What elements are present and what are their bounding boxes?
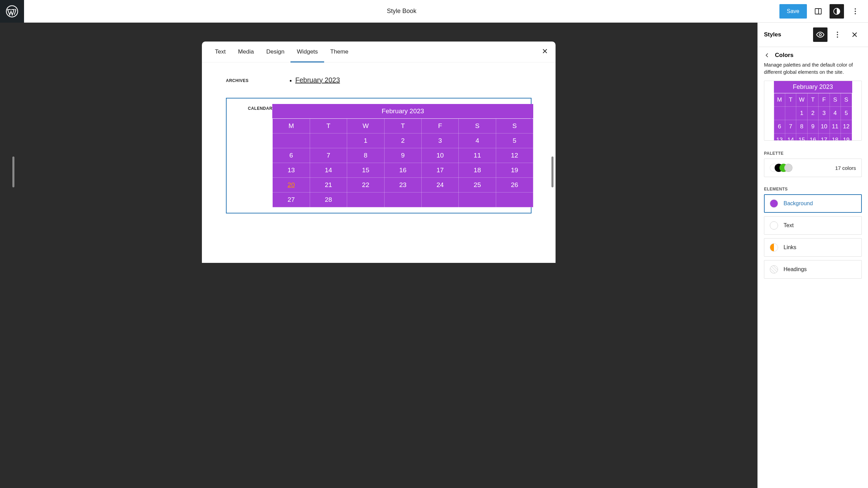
element-background[interactable]: Background xyxy=(764,194,862,213)
mini-day xyxy=(785,107,796,120)
styles-sidebar: Styles Colors Manage palettes an xyxy=(757,23,868,488)
calendar-day[interactable]: 4 xyxy=(459,133,496,148)
calendar-day xyxy=(384,193,421,207)
palette-button[interactable]: 17 colors xyxy=(764,159,862,177)
element-swatch xyxy=(770,265,778,274)
mini-weekday: F xyxy=(819,93,830,107)
mini-weekday: T xyxy=(807,93,818,107)
mini-day: 14 xyxy=(785,133,796,141)
mini-day xyxy=(774,107,785,120)
palette-label: PALETTE xyxy=(758,148,868,159)
calendar-day xyxy=(459,193,496,207)
calendar-day[interactable]: 15 xyxy=(347,163,384,178)
calendar-day[interactable]: 22 xyxy=(347,178,384,193)
calendar-day[interactable]: 25 xyxy=(459,178,496,193)
save-button[interactable]: Save xyxy=(779,4,807,19)
colors-description: Manage palettes and the default color of… xyxy=(758,61,868,81)
calendar-day[interactable]: 12 xyxy=(496,148,533,163)
calendar-day[interactable]: 1 xyxy=(347,133,384,148)
calendar-day xyxy=(496,193,533,207)
mini-weekday: S xyxy=(830,93,841,107)
topbar: Style Book Save xyxy=(0,0,868,23)
mini-weekday: M xyxy=(774,93,785,107)
calendar-day xyxy=(422,193,459,207)
calendar-day[interactable]: 21 xyxy=(310,178,347,193)
sidebar-toggle-icon[interactable] xyxy=(811,4,825,19)
tab-widgets[interactable]: Widgets xyxy=(290,42,324,62)
calendar-day[interactable]: 20 xyxy=(273,178,310,193)
svg-point-7 xyxy=(819,34,822,36)
calendar-day[interactable]: 6 xyxy=(273,148,310,163)
svg-point-10 xyxy=(837,36,838,38)
calendar-day[interactable]: 7 xyxy=(310,148,347,163)
mini-day: 2 xyxy=(807,107,818,120)
archive-link[interactable]: February 2023 xyxy=(295,76,340,84)
calendar-day[interactable]: 27 xyxy=(273,193,310,207)
elements-label: ELEMENTS xyxy=(758,183,868,194)
back-icon[interactable] xyxy=(764,52,770,58)
svg-rect-1 xyxy=(815,9,821,14)
element-headings[interactable]: Headings xyxy=(764,260,862,279)
calendar-day[interactable]: 23 xyxy=(384,178,421,193)
calendar-weekday: S xyxy=(459,119,496,133)
mini-day: 9 xyxy=(807,120,818,133)
element-text[interactable]: Text xyxy=(764,216,862,235)
close-sidebar-icon[interactable] xyxy=(847,27,862,42)
calendar-day[interactable]: 9 xyxy=(384,148,421,163)
calendar-day[interactable]: 16 xyxy=(384,163,421,178)
calendar-day[interactable]: 13 xyxy=(273,163,310,178)
element-label: Links xyxy=(784,244,796,251)
mini-day: 12 xyxy=(841,120,852,133)
element-label: Text xyxy=(784,222,793,229)
calendar-day[interactable]: 28 xyxy=(310,193,347,207)
calendar-day[interactable]: 5 xyxy=(496,133,533,148)
mini-day: 18 xyxy=(830,133,841,141)
element-links[interactable]: Links xyxy=(764,238,862,257)
calendar-day xyxy=(347,193,384,207)
page-title: Style Book xyxy=(24,8,779,15)
mini-day: 19 xyxy=(841,133,852,141)
svg-point-6 xyxy=(855,13,856,14)
tab-media[interactable]: Media xyxy=(232,42,260,62)
calendar-day[interactable]: 8 xyxy=(347,148,384,163)
calendar-weekday: M xyxy=(273,119,310,133)
resize-handle-right[interactable] xyxy=(551,156,553,187)
element-swatch xyxy=(770,199,778,208)
mini-day: 8 xyxy=(796,120,807,133)
tab-text[interactable]: Text xyxy=(209,42,232,62)
colors-title: Colors xyxy=(775,52,793,59)
element-label: Background xyxy=(784,200,813,207)
more-options-icon[interactable] xyxy=(848,4,863,19)
calendar-day[interactable]: 10 xyxy=(422,148,459,163)
calendar-day[interactable]: 19 xyxy=(496,163,533,178)
stylebook-toggle-icon[interactable] xyxy=(813,27,827,42)
calendar-day[interactable]: 18 xyxy=(459,163,496,178)
resize-handle-left[interactable] xyxy=(12,156,14,187)
wordpress-logo[interactable] xyxy=(0,0,24,23)
tab-design[interactable]: Design xyxy=(260,42,291,62)
calendar-day[interactable]: 2 xyxy=(384,133,421,148)
mini-day: 6 xyxy=(774,120,785,133)
svg-point-9 xyxy=(837,34,838,35)
mini-day: 5 xyxy=(841,107,852,120)
tab-theme[interactable]: Theme xyxy=(324,42,355,62)
calendar-block[interactable]: CALENDAR February 2023 MTWTFSS 123456789… xyxy=(226,98,532,213)
calendar-label: CALENDAR xyxy=(227,104,272,207)
calendar-day[interactable]: 24 xyxy=(422,178,459,193)
calendar-day[interactable]: 17 xyxy=(422,163,459,178)
calendar-weekday: T xyxy=(310,119,347,133)
close-icon[interactable] xyxy=(541,47,549,56)
calendar-day[interactable]: 26 xyxy=(496,178,533,193)
calendar-day[interactable]: 14 xyxy=(310,163,347,178)
element-swatch xyxy=(770,243,778,252)
styles-icon[interactable] xyxy=(830,4,844,19)
palette-count: 17 colors xyxy=(835,165,856,171)
mini-day: 3 xyxy=(819,107,830,120)
mini-calendar-month: February 2023 xyxy=(774,81,852,93)
calendar-weekday: W xyxy=(347,119,384,133)
calendar-day[interactable]: 3 xyxy=(422,133,459,148)
mini-day: 17 xyxy=(819,133,830,141)
topbar-actions: Save xyxy=(779,4,868,19)
calendar-day[interactable]: 11 xyxy=(459,148,496,163)
styles-more-icon[interactable] xyxy=(830,27,845,42)
